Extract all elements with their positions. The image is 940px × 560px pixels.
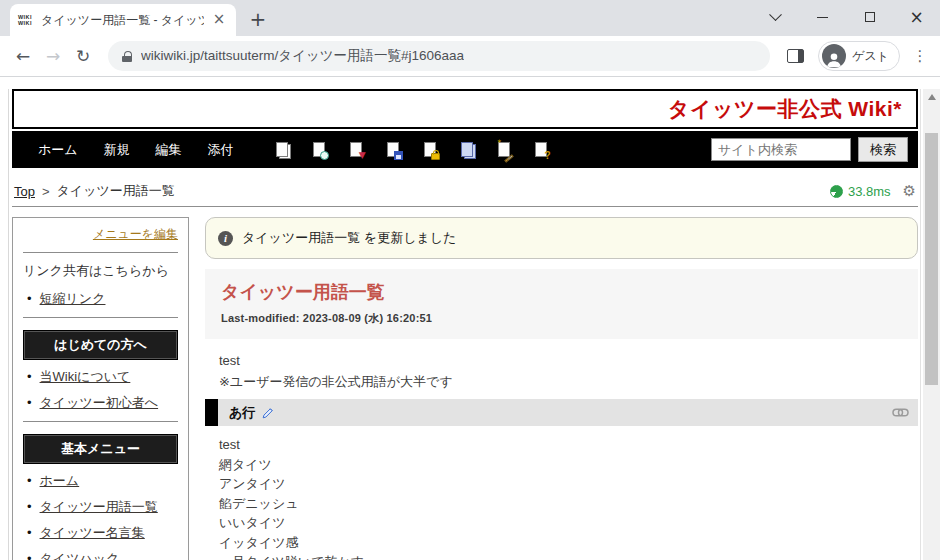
wikiwiki-favicon-icon: WIKI WIKI: [18, 13, 35, 28]
side-panel-icon[interactable]: [780, 41, 810, 71]
address-bar[interactable]: wikiwiki.jp/taittsuuterm/タイッツー用語一覧#j1606…: [108, 41, 770, 71]
load-time-value: 33.8ms: [848, 184, 891, 199]
edit-menu-link[interactable]: メニューを編集: [23, 226, 178, 243]
browser-tab[interactable]: WIKI WIKI タイッツー用語一覧 - タイッツー非公式 Wiki* ×: [10, 4, 236, 36]
sidebar-link-about-wiki[interactable]: 当Wikiについて: [40, 369, 131, 384]
rename-page-icon[interactable]: ＊: [498, 141, 513, 159]
site-search-input[interactable]: [711, 138, 851, 161]
page-scrollbar[interactable]: [923, 89, 940, 560]
page-right-edge: [920, 89, 921, 560]
intro-line: test: [219, 350, 918, 371]
list-item: タイッツー名言集: [27, 524, 178, 542]
speed-gauge-icon: [830, 185, 843, 198]
browser-toolbar: ← → ↻ wikiwiki.jp/taittsuuterm/タイッツー用語一覧…: [0, 36, 940, 76]
recent-changes-icon[interactable]: [313, 141, 328, 159]
nav-link-home[interactable]: ホーム: [38, 141, 78, 159]
list-item: ホーム: [27, 472, 178, 490]
list-item: 当Wikiについて: [27, 368, 178, 386]
breadcrumb: Top > タイッツー用語一覧 33.8ms ⚙: [14, 182, 916, 200]
list-item: 短縮リンク: [27, 290, 178, 308]
breadcrumb-divider: [12, 206, 918, 207]
intro-line: ※ユーザー発信の非公式用語が大半です: [219, 371, 918, 392]
avatar-icon: [822, 44, 846, 68]
site-title: タイッツー非公式 Wiki*: [668, 95, 902, 123]
content-columns: メニューを編集 リンク共有はこちらから 短縮リンク はじめての方へ 当Wikiに…: [12, 217, 918, 560]
term-list: test 網タイツ アンタイツ 餡デニッシュ いいタイツ イッタイツ感 一旦タイ…: [219, 435, 918, 560]
browser-menu-icon[interactable]: ⋮: [908, 47, 932, 65]
sidebar-header-basic-menu: 基本メニュー: [23, 434, 178, 464]
favicon-line: WIKI: [18, 20, 35, 26]
new-tab-button[interactable]: +: [244, 5, 272, 33]
intro-paragraph: test ※ユーザー発信の非公式用語が大半です: [219, 350, 918, 392]
page-viewport: タイッツー非公式 Wiki* ホーム 新規 編集 添付 ▼ ＊ ? 検索: [0, 89, 940, 560]
term-item: イッタイツ感: [219, 533, 918, 553]
forward-button[interactable]: →: [38, 41, 68, 71]
term-item: 餡デニッシュ: [219, 494, 918, 514]
profile-button[interactable]: ゲスト: [818, 41, 900, 71]
main-content: i タイッツー用語一覧 を更新しました タイッツー用語一覧 Last-modif…: [205, 217, 918, 560]
copy-page-icon[interactable]: [461, 141, 476, 159]
anchor-link-icon[interactable]: [892, 407, 909, 418]
term-item: test: [219, 435, 918, 455]
info-icon: i: [218, 231, 233, 246]
update-notice-banner: i タイッツー用語一覧 を更新しました: [205, 217, 918, 259]
site-search-button[interactable]: 検索: [858, 137, 908, 162]
help-icon[interactable]: ?: [535, 141, 550, 159]
sidebar-header-beginners: はじめての方へ: [23, 330, 178, 360]
list-item: タイツハック: [27, 550, 178, 560]
load-time-badge: 33.8ms: [830, 184, 891, 199]
edit-section-pencil-icon[interactable]: [262, 407, 274, 419]
profile-name: ゲスト: [852, 48, 889, 65]
section-heading-a-row: あ行: [205, 399, 918, 426]
tab-search-chevron-icon[interactable]: [752, 0, 799, 34]
window-minimize-button[interactable]: [799, 0, 846, 34]
term-item: 一旦タイツ脱いで乾かす: [219, 552, 918, 560]
page-url: wikiwiki.jp/taittsuuterm/タイッツー用語一覧#j1606…: [141, 47, 464, 65]
gear-icon[interactable]: ⚙: [903, 182, 916, 200]
sidebar-link-quotes[interactable]: タイッツー名言集: [40, 525, 145, 540]
tab-close-icon[interactable]: ×: [210, 11, 228, 29]
breadcrumb-separator: >: [42, 184, 50, 199]
breadcrumb-top-link[interactable]: Top: [14, 184, 35, 199]
window-close-button[interactable]: ×: [893, 0, 940, 34]
page-title: タイッツー用語一覧: [221, 280, 902, 304]
scrollbar-up-arrow-icon[interactable]: [928, 94, 936, 100]
scrollbar-thumb[interactable]: [925, 133, 938, 385]
sidebar-link-term-list[interactable]: タイッツー用語一覧: [40, 499, 158, 514]
sidebar-link-short-url[interactable]: 短縮リンク: [40, 291, 106, 306]
nav-link-attach[interactable]: 添付: [208, 141, 234, 159]
reload-button[interactable]: ↻: [68, 41, 98, 71]
diff-icon[interactable]: ▼: [350, 141, 365, 159]
list-item: タイッツー用語一覧: [27, 498, 178, 516]
site-search: 検索: [711, 137, 908, 162]
sidebar-divider: [23, 317, 178, 318]
back-button[interactable]: ←: [8, 41, 38, 71]
nav-link-new[interactable]: 新規: [104, 141, 130, 159]
wiki-navbar: ホーム 新規 編集 添付 ▼ ＊ ? 検索: [12, 131, 918, 168]
notice-text: タイッツー用語一覧 を更新しました: [242, 229, 456, 247]
reload-page-icon[interactable]: [276, 141, 291, 159]
wiki-container: タイッツー非公式 Wiki* ホーム 新規 編集 添付 ▼ ＊ ? 検索: [12, 89, 918, 560]
sidebar-divider: [23, 421, 178, 422]
sidebar-divider: [23, 252, 178, 253]
page-left-edge: [8, 89, 9, 560]
sidebar-link-tights-hack[interactable]: タイツハック: [40, 551, 120, 560]
list-item: タイッツー初心者へ: [27, 394, 178, 412]
last-modified: Last-modified: 2023-08-09 (水) 16:20:51: [221, 311, 902, 326]
sidebar: メニューを編集 リンク共有はこちらから 短縮リンク はじめての方へ 当Wikiに…: [12, 217, 189, 560]
freeze-lock-icon[interactable]: [424, 141, 439, 159]
page-meta: 33.8ms ⚙: [830, 182, 916, 200]
sidebar-link-for-beginners[interactable]: タイッツー初心者へ: [40, 395, 159, 410]
sidebar-note: リンク共有はこちらから: [23, 262, 178, 280]
page-title-block: タイッツー用語一覧 Last-modified: 2023-08-09 (水) …: [205, 269, 918, 339]
site-header: タイッツー非公式 Wiki*: [12, 89, 918, 129]
breadcrumb-current: タイッツー用語一覧: [57, 182, 175, 200]
sidebar-link-home[interactable]: ホーム: [40, 473, 80, 488]
nav-link-edit[interactable]: 編集: [156, 141, 182, 159]
term-item: 網タイツ: [219, 455, 918, 475]
section-heading-text: あ行: [229, 404, 255, 422]
browser-tab-strip: WIKI WIKI タイッツー用語一覧 - タイッツー非公式 Wiki* × +…: [0, 0, 940, 36]
window-maximize-button[interactable]: [846, 0, 893, 34]
backup-icon[interactable]: [387, 141, 402, 159]
term-item: アンタイツ: [219, 474, 918, 494]
